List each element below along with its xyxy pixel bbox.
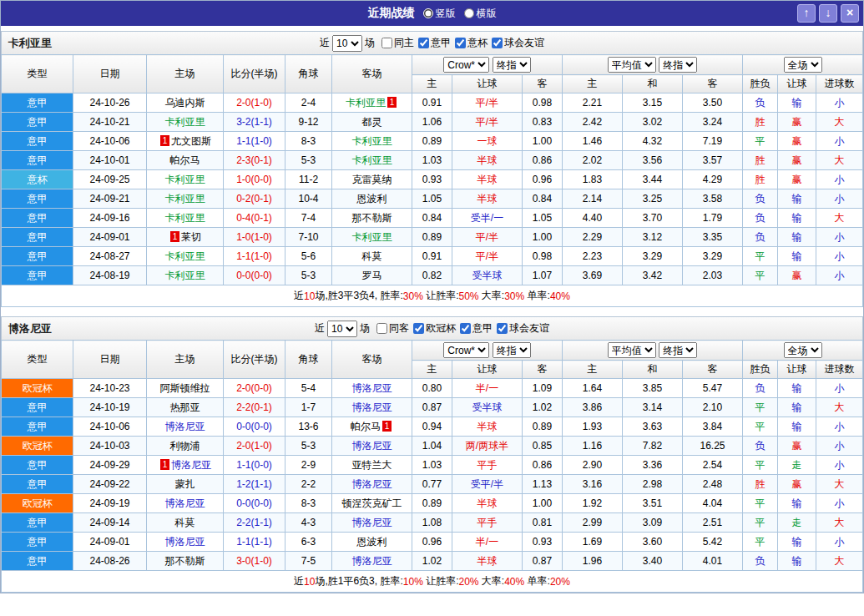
team-link[interactable]: 博洛尼亚 <box>352 382 392 394</box>
filter-checkbox[interactable] <box>413 323 424 334</box>
team-link[interactable]: 尤文图斯 <box>171 135 211 147</box>
team-link[interactable]: 那不勒斯 <box>165 555 205 567</box>
score-cell: 1-2(1-1) <box>224 475 285 494</box>
league-cell: 意甲 <box>2 209 73 228</box>
filter-checkbox[interactable] <box>381 38 392 48</box>
table-row: 意甲24-09-01博洛尼亚1-1(1-1)6-3恩波利0.96半/一0.931… <box>2 533 863 552</box>
team-link[interactable]: 帕尔马 <box>170 154 200 166</box>
league-cell: 欧冠杯 <box>2 494 73 513</box>
view-option-vertical[interactable]: 竖版 <box>423 7 456 21</box>
team-link[interactable]: 博洛尼亚 <box>171 459 211 471</box>
score-cell: 1-1(1-0) <box>224 247 285 266</box>
avg-select[interactable]: 平均值 <box>608 57 656 73</box>
team-link[interactable]: 博洛尼亚 <box>352 478 392 490</box>
team-link[interactable]: 博洛尼亚 <box>352 517 392 528</box>
team-link[interactable]: 莱切 <box>181 231 201 243</box>
team-link[interactable]: 博洛尼亚 <box>165 421 205 432</box>
summary-segment: 30% <box>504 290 524 302</box>
team-link[interactable]: 乌迪内斯 <box>165 97 205 109</box>
corners-cell: 7-10 <box>285 228 332 247</box>
filter-option[interactable]: 意杯 <box>451 36 488 50</box>
team-link[interactable]: 卡利亚里 <box>165 270 205 281</box>
horizontal-radio[interactable] <box>464 8 474 18</box>
team-link[interactable]: 博洛尼亚 <box>165 497 205 509</box>
avg-draw-cell: 3.60 <box>623 533 683 552</box>
filter-option[interactable]: 同客 <box>372 321 409 336</box>
team-link[interactable]: 帕尔马 <box>351 421 381 432</box>
score-cell: 2-0(0-0) <box>224 379 285 398</box>
filter-option[interactable]: 欧冠杯 <box>409 321 456 336</box>
scroll-up-button[interactable]: ↑ <box>797 4 816 23</box>
team-link[interactable]: 阿斯顿维拉 <box>160 382 210 394</box>
filter-option[interactable]: 意甲 <box>456 321 493 336</box>
team-link[interactable]: 卡利亚里 <box>165 212 205 224</box>
vertical-radio[interactable] <box>423 8 433 18</box>
home-team-cell: 那不勒斯 <box>147 552 224 571</box>
team-link[interactable]: 卡利亚里 <box>352 231 392 243</box>
horizontal-radio-label: 横版 <box>477 7 497 21</box>
avg-away-cell: 4.04 <box>683 494 743 513</box>
team-link[interactable]: 都灵 <box>362 116 382 128</box>
fulltime-select[interactable]: 全场 <box>784 57 822 73</box>
close-icon[interactable]: × <box>841 4 859 23</box>
col-header-score: 比分(半场) <box>224 341 285 379</box>
team-link[interactable]: 顿涅茨克矿工 <box>342 497 402 509</box>
filter-option[interactable]: 球会友谊 <box>488 36 544 50</box>
recent-count-select[interactable]: 10 <box>332 35 362 52</box>
red-card-badge: 1 <box>382 421 392 432</box>
team-link[interactable]: 卡利亚里 <box>165 250 205 262</box>
summary-segment: 40% <box>550 290 570 302</box>
team-link[interactable]: 蒙扎 <box>175 478 195 490</box>
odds-stage-select[interactable]: 终指 <box>493 57 531 73</box>
team-link[interactable]: 克雷莫纳 <box>352 174 392 185</box>
filter-option[interactable]: 意甲 <box>414 36 451 50</box>
team-link[interactable]: 卡利亚里 <box>352 154 392 166</box>
team-link[interactable]: 热那亚 <box>170 401 200 413</box>
recent-count-select[interactable]: 10 <box>327 321 357 337</box>
date-cell: 24-10-21 <box>73 113 147 132</box>
filter-checkbox[interactable] <box>492 38 503 48</box>
avg-draw-cell: 2.98 <box>623 475 683 494</box>
bookmaker-select[interactable]: Crow* <box>443 57 489 73</box>
avg-stage-select[interactable]: 终指 <box>659 342 697 358</box>
fulltime-select[interactable]: 全场 <box>784 342 822 358</box>
avg-select[interactable]: 平均值 <box>608 342 656 358</box>
avg-home-cell: 1.16 <box>563 437 623 456</box>
filter-option[interactable]: 球会友谊 <box>493 321 549 336</box>
home-team-cell: 卡利亚里 <box>147 247 224 266</box>
team-link[interactable]: 博洛尼亚 <box>352 555 392 567</box>
view-option-horizontal[interactable]: 横版 <box>464 7 497 21</box>
team-link[interactable]: 卡利亚里 <box>165 174 205 185</box>
filter-checkbox[interactable] <box>497 323 508 334</box>
table-row: 意杯24-09-25卡利亚里1-0(0-0)11-2克雷莫纳0.93半球0.96… <box>2 170 863 189</box>
team-link[interactable]: 恩波利 <box>357 193 387 204</box>
scroll-down-button[interactable]: ↓ <box>819 4 837 23</box>
team-link[interactable]: 卡利亚里 <box>352 135 392 147</box>
goals-result-cell: 大 <box>816 513 863 533</box>
filter-checkbox[interactable] <box>418 38 429 48</box>
avg-stage-select[interactable]: 终指 <box>659 57 697 73</box>
team-link[interactable]: 卡利亚里 <box>346 97 386 109</box>
filter-checkbox[interactable] <box>455 38 466 48</box>
away-odds-cell: 0.86 <box>523 151 563 170</box>
odds-stage-select[interactable]: 终指 <box>493 342 531 358</box>
team-link[interactable]: 卡利亚里 <box>165 193 205 204</box>
team-link[interactable]: 恩波利 <box>357 536 387 548</box>
date-cell: 24-10-03 <box>73 437 147 456</box>
team-link[interactable]: 博洛尼亚 <box>165 536 205 548</box>
filter-option[interactable]: 同主 <box>377 36 414 50</box>
team-link[interactable]: 科莫 <box>175 517 195 528</box>
team-link[interactable]: 科莫 <box>362 250 382 262</box>
team-link[interactable]: 博洛尼亚 <box>352 440 392 452</box>
team-link[interactable]: 亚特兰大 <box>352 459 392 471</box>
team-link[interactable]: 利物浦 <box>170 440 200 452</box>
summary-segment: 近 <box>294 289 304 303</box>
filter-checkbox[interactable] <box>460 323 471 334</box>
team-link[interactable]: 卡利亚里 <box>165 116 205 128</box>
filter-checkbox[interactable] <box>376 323 387 334</box>
team-link[interactable]: 那不勒斯 <box>352 212 392 224</box>
filter-checkbox-label: 同客 <box>389 321 409 336</box>
bookmaker-select[interactable]: Crow* <box>443 342 489 358</box>
team-link[interactable]: 罗马 <box>362 270 382 281</box>
team-link[interactable]: 博洛尼亚 <box>352 401 392 413</box>
